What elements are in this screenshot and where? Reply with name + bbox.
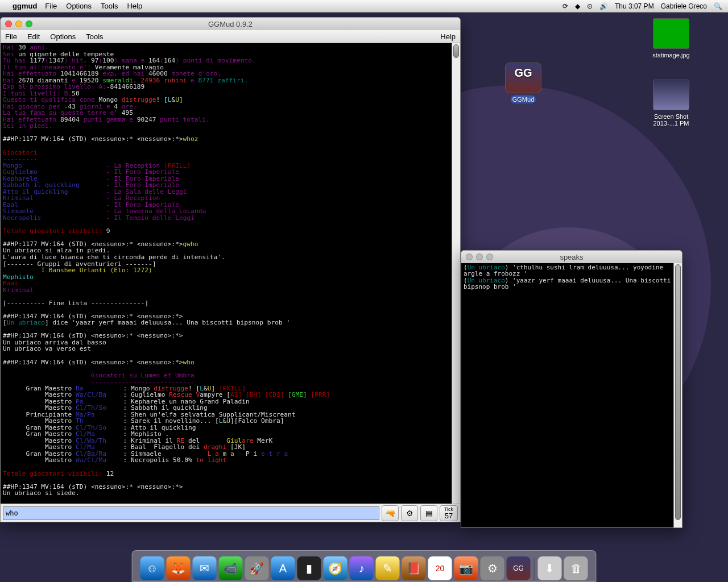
dock-facetime[interactable]: 📹 [219,556,243,580]
dock-appstore[interactable]: A [271,556,295,580]
menu-help[interactable]: Help [127,2,142,10]
desktop-icon-ggmud[interactable]: GGMud [500,63,546,103]
dock-launchpad[interactable]: 🚀 [245,556,269,580]
dock-calendar[interactable]: 20 [428,556,452,580]
file-thumbnail-icon [653,18,689,49]
app-menu-tools[interactable]: Tools [86,32,103,41]
dock-itunes[interactable]: ♪ [350,556,374,580]
dock-mail[interactable]: ✉ [193,556,217,580]
dock-firefox[interactable]: 🦊 [167,556,191,580]
scrollbar-thumb[interactable] [453,44,459,58]
input-row: 🔫 ⚙ ▤ Tick 57 [1,504,460,522]
app-menu-options[interactable]: Options [50,32,76,41]
status-icon[interactable]: ◆ [575,2,580,10]
menu-options[interactable]: Options [66,2,92,10]
dock-ggmud[interactable]: GG [507,556,531,580]
dock-separator [534,558,535,580]
user-name[interactable]: Gabriele Greco [661,2,707,10]
clock[interactable]: Thu 3:07 PM [615,2,654,10]
tick-counter: Tick 57 [440,505,458,521]
app-menu-edit[interactable]: Edit [27,32,40,41]
scrollbar-thumb[interactable] [675,264,681,520]
wifi-icon[interactable]: ⊙ [587,2,593,10]
speaks-output[interactable]: (Un ubriaco) 'cthulhu sushi lram deluuus… [461,263,682,527]
app-menu-help[interactable]: Help [440,32,456,41]
scrollbar[interactable] [673,263,682,527]
scrollbar[interactable] [452,43,460,504]
file-label: statimage.jpg [651,51,691,59]
app-icon [505,63,541,93]
window-title: speaks [461,253,682,261]
tick-value: 57 [445,512,453,519]
dock-terminal[interactable]: ▮ [297,556,321,580]
system-menubar: ggmud File Options Tools Help ⟳ ◆ ⊙ 🔊 Th… [0,0,728,13]
status-icon[interactable]: ⟳ [562,2,568,10]
titlebar[interactable]: speaks [461,251,682,263]
dock-notes[interactable]: ✎ [376,556,400,580]
log-button[interactable]: ▤ [420,505,437,521]
app-menu-file[interactable]: File [5,32,17,41]
dock-finder[interactable]: ☺ [140,556,164,580]
app-menubar: File Edit Options Tools Help [1,30,460,43]
mud-output[interactable]: Hai 30 anni. Sei un gigante delle tempes… [1,43,460,504]
spotlight-icon[interactable]: 🔍 [714,2,722,10]
command-input[interactable] [3,506,379,520]
titlebar[interactable]: GGMud 0.9.2 [1,18,460,30]
file-thumbnail-icon [653,80,689,110]
speaks-window: speaks (Un ubriaco) 'cthulhu sushi lram … [461,250,682,528]
desktop-icon-screenshot[interactable]: Screen Shot 2013-...1 PM [648,80,694,127]
gun-button[interactable]: 🔫 [382,505,399,521]
trigger-button[interactable]: ⚙ [401,505,418,521]
menu-file[interactable]: File [45,2,57,10]
gun-icon: 🔫 [386,509,395,518]
window-title: GGMud 0.9.2 [1,20,460,28]
dock-downloads[interactable]: ⬇ [538,556,562,580]
gear-icon: ⚙ [406,509,413,518]
dock: ☺ 🦊 ✉ 📹 🚀 A ▮ 🧭 ♪ ✎ 📕 20 📷 ⚙ GG ⬇ 🗑 [132,550,597,582]
dock-sysprefs[interactable]: ⚙ [481,556,504,580]
dock-trash[interactable]: 🗑 [564,556,588,580]
app-name[interactable]: ggmud [13,2,37,10]
desktop-icon-statimage[interactable]: statimage.jpg [648,18,694,59]
doc-icon: ▤ [425,509,433,518]
volume-icon[interactable]: 🔊 [599,2,608,10]
ggmud-window: GGMud 0.9.2 File Edit Options Tools Help… [0,17,461,522]
dock-contacts[interactable]: 📕 [402,556,426,580]
menu-tools[interactable]: Tools [101,2,118,10]
dock-safari[interactable]: 🧭 [324,556,348,580]
file-label: Screen Shot 2013-...1 PM [648,113,694,127]
dock-photobooth[interactable]: 📷 [454,556,478,580]
app-label: GGMud [511,95,536,103]
